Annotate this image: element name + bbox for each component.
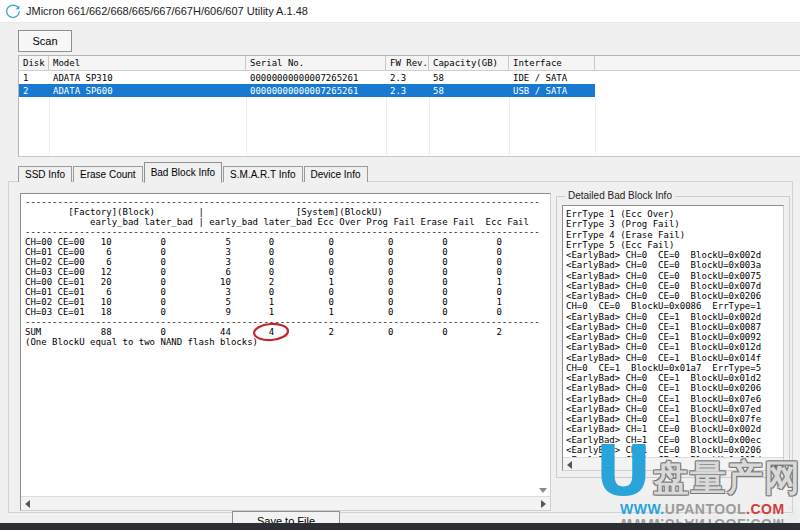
grid-divider [246,97,247,155]
scan-button-label: Scan [32,35,57,47]
column-header-model[interactable]: Model [49,56,246,70]
detailed-bad-block-groupbox: Detailed Bad Block Info ErrType 1 (Ecc O… [556,196,790,478]
vscroll-down-arrow-icon[interactable] [539,488,547,493]
title-bar: JMicron 661/662/668/665/667/667H/606/607… [0,0,800,23]
tab-smart-info[interactable]: S.M.A.R.T Info [223,166,302,182]
cell-interface: IDE / SATA [509,73,595,83]
cell-model: ADATA SP310 [49,73,246,83]
cell-serial: 00000000000007265261 [246,86,386,96]
scan-button[interactable]: Scan [18,30,72,52]
cell-model: ADATA SP600 [49,86,246,96]
grid-divider [509,97,510,155]
column-header-interface[interactable]: Interface [509,56,595,70]
detailed-list-text: ErrType 1 (Ecc Over) ErrType 3 (Prog Fai… [566,209,761,465]
device-row-2-selected[interactable]: 2 ADATA SP600 00000000000007265261 2.3 5… [19,84,595,97]
hscroll-left-arrow-icon[interactable] [563,458,576,471]
hscroll-left-arrow-icon[interactable] [21,497,34,510]
cell-capacity: 58 [429,73,509,83]
cell-disk: 2 [19,86,49,96]
column-header-disk[interactable]: Disk [19,56,49,70]
tab-ssd-info[interactable]: SSD Info [18,166,72,182]
tab-bar: SSD Info Erase Count Bad Block Info S.M.… [18,164,369,182]
hscroll-right-arrow-icon[interactable] [770,458,783,471]
bad-block-report-panel[interactable]: ----------------------------------------… [20,193,551,511]
window-title: JMicron 661/662/668/665/667/667H/606/607… [26,5,308,17]
column-header-capacity[interactable]: Capacity(GB) [429,56,509,70]
bottom-edge-bar [0,523,800,530]
cell-capacity: 58 [429,86,509,96]
tab-device-info[interactable]: Device Info [304,166,368,182]
cell-fw: 2.3 [386,73,429,83]
red-circle-annotation [249,322,293,342]
detailed-horizontal-scrollbar[interactable] [563,457,783,470]
hscroll-right-arrow-icon[interactable] [537,497,550,510]
cell-serial: 00000000000007265261 [246,73,386,83]
cell-disk: 1 [19,73,49,83]
device-row-1[interactable]: 1 ADATA SP310 00000000000007265261 2.3 5… [19,71,800,84]
column-header-filler [595,56,800,70]
report-horizontal-scrollbar[interactable] [21,496,550,510]
cell-interface: USB / SATA [509,86,595,96]
column-header-fw[interactable]: FW Rev. [386,56,429,70]
jmicron-logo-icon [6,4,20,18]
cell-fw: 2.3 [386,86,429,96]
grid-divider [49,97,50,155]
grid-divider [429,97,430,155]
tab-erase-count[interactable]: Erase Count [73,166,143,182]
grid-divider [386,97,387,155]
device-table[interactable]: Disk Model Serial No. FW Rev. Capacity(G… [18,55,800,157]
detailed-bad-block-list[interactable]: ErrType 1 (Ecc Over) ErrType 3 (Prog Fai… [562,205,784,471]
groupbox-title: Detailed Bad Block Info [565,190,675,201]
device-table-header: Disk Model Serial No. FW Rev. Capacity(G… [19,56,800,71]
tab-bad-block-info[interactable]: Bad Block Info [144,162,222,183]
column-header-serial[interactable]: Serial No. [246,56,386,70]
grid-divider [595,97,596,155]
